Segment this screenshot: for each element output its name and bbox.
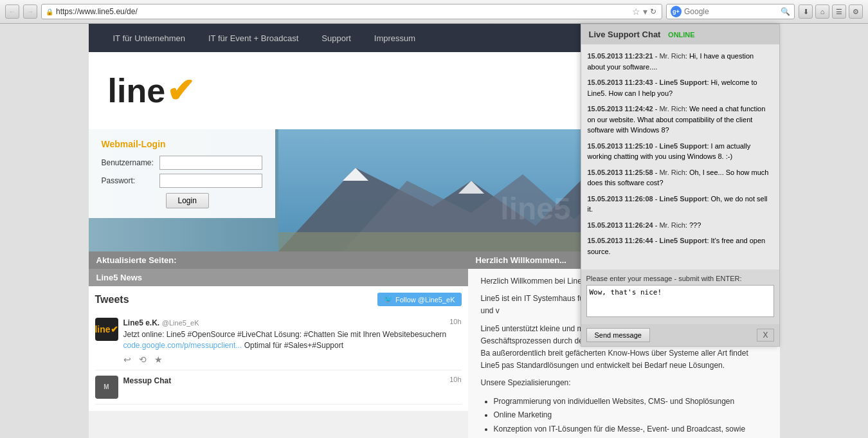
home-icon[interactable]: ⌂: [815, 5, 829, 19]
nav-item-event-broadcast[interactable]: IT für Event + Broadcast: [197, 24, 310, 52]
chat-ts-5: 15.05.2013 11:25:58: [588, 169, 653, 176]
tweet-username: Line5 e.K.: [123, 318, 160, 327]
url-input[interactable]: [56, 7, 631, 16]
chat-user-2: Line5 Support: [659, 78, 707, 86]
logo-check-icon: ✔: [167, 71, 195, 110]
download-icon[interactable]: ⬇: [799, 5, 813, 19]
chat-user-4: Line5 Support: [659, 142, 707, 150]
chat-status: ONLINE: [668, 31, 695, 39]
aktualisierte-header: Aktualisierte Seiten:: [89, 251, 468, 269]
svg-text:line5: line5: [500, 192, 570, 226]
search-input[interactable]: [684, 7, 781, 16]
tweet-avatar-2: M: [95, 376, 118, 399]
tweet-link[interactable]: code.google.com/p/messupclient...: [123, 341, 242, 350]
login-button[interactable]: Login: [166, 193, 209, 208]
left-column: Aktualisierte Seiten: Line5 News Tweets …: [89, 251, 468, 438]
search-bar[interactable]: g+ 🔍: [666, 4, 795, 19]
password-row: Passwort:: [102, 174, 262, 188]
chat-input-label: Please enter your message - submit with …: [586, 275, 774, 282]
browser-toolbar: ← → 🔒 ☆ ▾ ↻ g+ 🔍 ⬇ ⌂ ☰ ⚙: [0, 0, 868, 24]
close-chat-button[interactable]: X: [757, 329, 773, 342]
follow-button[interactable]: 🐦 Follow @Line5_eK: [377, 293, 462, 306]
browser-actions: ⬇ ⌂ ☰ ⚙: [799, 5, 863, 19]
chat-textarea[interactable]: Wow, that's nice!: [586, 285, 774, 317]
webmail-title: Webmail-Login: [102, 139, 262, 149]
tweet-time: 10h: [449, 318, 461, 325]
forward-button[interactable]: →: [23, 5, 37, 19]
chat-footer: Send message X: [581, 324, 779, 346]
chat-user-7: Mr. Rich: [659, 221, 685, 229]
follow-btn-label: Follow @Line5_eK: [395, 296, 455, 304]
nav-item-impressum[interactable]: Impressum: [363, 24, 427, 52]
tweet-content-2: Messup Chat 10h: [123, 376, 462, 399]
logo-text-part: line: [108, 71, 166, 110]
search-submit-icon[interactable]: 🔍: [781, 7, 790, 16]
chat-header: Live Support Chat ONLINE: [581, 24, 779, 44]
chat-user-1: Mr. Rich: [659, 52, 685, 60]
chat-ts-2: 15.05.2013 11:23:43: [588, 78, 653, 86]
tweet-content: Line5 e.K. @Line5_eK 10h Jetzt online: L…: [123, 318, 462, 365]
tweet-time-2: 10h: [449, 376, 461, 383]
nav-item-support[interactable]: Support: [310, 24, 363, 52]
site-logo: line✔: [108, 71, 195, 110]
password-label: Passwort:: [102, 176, 159, 185]
url-bar[interactable]: 🔒 ☆ ▾ ↻: [41, 4, 662, 19]
chat-ts-7: 15.05.2013 11:26:24: [588, 221, 653, 229]
chat-ts-6: 15.05.2013 11:26:08: [588, 195, 653, 203]
chat-user-3: Mr. Rich: [659, 105, 685, 113]
reply-icon[interactable]: ↩: [123, 354, 131, 365]
password-input[interactable]: [159, 174, 262, 188]
tweet-username-2: Messup Chat: [123, 376, 172, 385]
chat-text-7: ???: [689, 221, 701, 229]
bookmark-down-icon[interactable]: ▾: [643, 6, 647, 17]
chat-msg-6: 15.05.2013 11:26:08 - Line5 Support: Oh,…: [588, 194, 773, 215]
tweet-avatar: line✔: [95, 318, 118, 341]
tweet-text: Jetzt online: Line5 #OpenSource #LiveCha…: [123, 329, 462, 351]
tweets-title: Tweets: [95, 294, 129, 306]
chat-ts-4: 15.05.2013 11:25:10: [588, 142, 653, 150]
extensions-icon[interactable]: ⚙: [849, 5, 863, 19]
chat-msg-5: 15.05.2013 11:25:58 - Mr. Rich: Oh, I se…: [588, 167, 773, 188]
retweet-icon[interactable]: ⟲: [139, 354, 147, 365]
login-btn-wrap: Login: [102, 193, 262, 208]
tweet-actions: ↩ ⟲ ★: [123, 354, 462, 365]
chat-ts-8: 15.05.2013 11:26:44: [588, 237, 653, 244]
chat-title: Live Support Chat: [589, 30, 661, 39]
send-message-button[interactable]: Send message: [586, 328, 650, 342]
chat-user-8: Line5 Support: [659, 237, 707, 244]
chat-user-6: Line5 Support: [659, 195, 707, 203]
news-header: Line5 News: [89, 269, 468, 286]
lock-icon: 🔒: [46, 8, 53, 15]
username-label: Benutzername:: [102, 158, 159, 167]
spec-list: Programmierung von individuellen Website…: [481, 395, 767, 439]
twitter-icon: 🐦: [384, 295, 393, 304]
chat-msg-1: 15.05.2013 11:23:21 - Mr. Rich: Hi, I ha…: [588, 51, 773, 72]
chat-ts-3: 15.05.2013 11:24:42: [588, 105, 653, 113]
favorite-icon[interactable]: ★: [154, 354, 163, 365]
google-icon: g+: [671, 6, 682, 17]
nav-item-unternehmen[interactable]: IT für Unternehmen: [102, 24, 197, 52]
username-input[interactable]: [159, 156, 262, 170]
back-button[interactable]: ←: [5, 5, 19, 19]
spec-item-2: Online Marketing: [494, 408, 767, 423]
spec-title: Unsere Spezialisierungen:: [481, 377, 767, 389]
tweet-header-2: Messup Chat 10h: [123, 376, 462, 385]
chat-msg-2: 15.05.2013 11:23:43 - Line5 Support: Hi,…: [588, 77, 773, 98]
chat-msg-7: 15.05.2013 11:26:24 - Mr. Rich: ???: [588, 220, 773, 231]
tweet-item-2: M Messup Chat 10h: [95, 370, 462, 405]
tweet-handle: @Line5_eK: [162, 319, 199, 327]
page-wrapper: IT für Unternehmen IT für Event + Broadc…: [89, 24, 780, 438]
tweets-header: Tweets 🐦 Follow @Line5_eK: [95, 293, 462, 306]
bookmark-star-icon[interactable]: ☆: [632, 6, 640, 17]
browser-window: ← → 🔒 ☆ ▾ ↻ g+ 🔍 ⬇ ⌂ ☰ ⚙ IT für Unterneh…: [0, 0, 868, 438]
chat-msg-4: 15.05.2013 11:25:10 - Line5 Support: I a…: [588, 141, 773, 162]
chat-msg-3: 15.05.2013 11:24:42 - Mr. Rich: We need …: [588, 104, 773, 136]
chat-messages[interactable]: 15.05.2013 11:23:21 - Mr. Rich: Hi, I ha…: [581, 44, 779, 269]
menu-icon[interactable]: ☰: [832, 5, 846, 19]
spec-item-3: Konzeption von IT-Lösungen für die Messe…: [494, 423, 767, 438]
tweet-header: Line5 e.K. @Line5_eK 10h: [123, 318, 462, 327]
tweets-section: Tweets 🐦 Follow @Line5_eK line✔: [89, 286, 468, 411]
refresh-icon[interactable]: ↻: [650, 7, 656, 16]
chat-user-5: Mr. Rich: [659, 169, 685, 176]
chat-ts-1: 15.05.2013 11:23:21: [588, 52, 653, 60]
